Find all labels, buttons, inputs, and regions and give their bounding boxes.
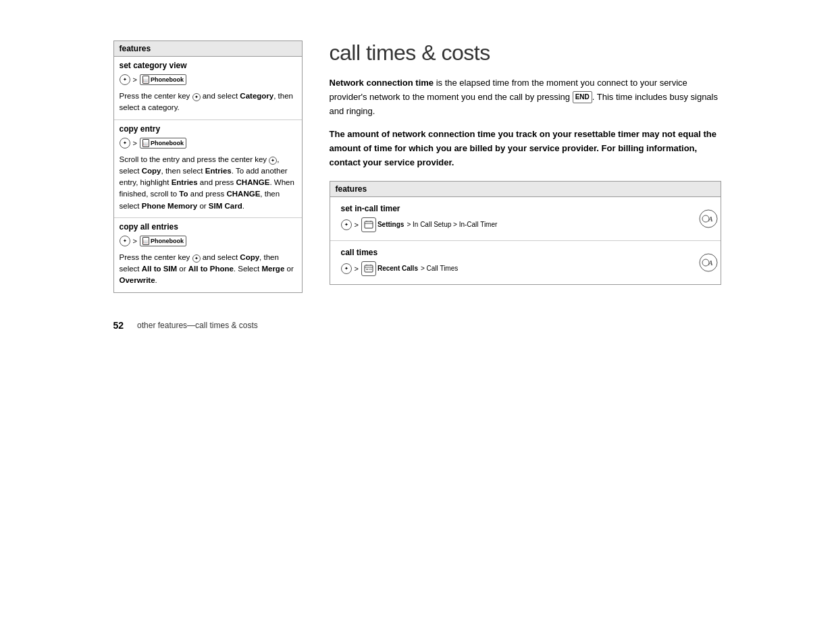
- phonebook-book-icon-3: 📖: [142, 237, 149, 245]
- phonebook-icon-3: 📖 Phonebook: [140, 236, 186, 246]
- nav-arrow-3: >: [133, 237, 137, 245]
- feature-section-copy-entry: copy entry > 📖 Phonebook Scroll to the e…: [114, 120, 302, 218]
- feature-title-copy-all: copy all entries: [114, 218, 302, 233]
- svg-text:A: A: [708, 215, 713, 223]
- right-column: call times & costs Network connection ti…: [330, 41, 721, 285]
- svg-rect-7: [365, 265, 373, 272]
- phonebook-icon-1: 📖 Phonebook: [140, 74, 186, 85]
- keyword-all-to-phone: All to Phone: [188, 265, 234, 273]
- svg-text:A: A: [708, 259, 713, 267]
- svg-rect-0: [365, 221, 373, 228]
- nav-arrow-1: >: [133, 76, 137, 84]
- bold-paragraph: The amount of network connection time yo…: [330, 128, 721, 169]
- two-column-layout: features set category view > 📖 Phonebook: [113, 41, 721, 331]
- right-feature-icon-col-call-times: A: [696, 241, 721, 284]
- right-feature-content-timer: set in-call timer >: [330, 197, 696, 240]
- settings-icon-r1: [361, 217, 376, 232]
- inline-center-key-1: [192, 93, 201, 101]
- right-feature-title-timer: set in-call timer: [336, 200, 691, 215]
- phonebook-book-icon-1: 📖: [142, 76, 149, 84]
- right-feature-set-in-call-timer: set in-call timer >: [330, 197, 721, 241]
- nav-arrow-2: >: [133, 139, 137, 147]
- center-key-icon-3: [120, 236, 130, 246]
- page-number: 52: [113, 320, 124, 331]
- center-key-icon-2: [120, 138, 130, 149]
- nav-path-timer: > In Call Setup > In-Call Timer: [407, 221, 497, 228]
- speaker-a-icon-timer: A: [699, 209, 718, 228]
- center-key-icon-r2: [341, 263, 352, 274]
- keyword-change-2: CHANGE: [226, 190, 260, 198]
- end-key-badge: END: [573, 91, 592, 103]
- left-features-header: features: [114, 41, 302, 57]
- center-key-icon-r1: [341, 219, 352, 230]
- keyword-all-to-sim: All to SIM: [142, 265, 177, 273]
- right-feature-call-times: call times >: [330, 241, 721, 284]
- inline-center-key-3: [192, 254, 201, 263]
- right-feature-content-call-times: call times >: [330, 241, 696, 284]
- feature-nav-set-category: > 📖 Phonebook: [114, 72, 302, 88]
- feature-nav-copy-all: > 📖 Phonebook: [114, 233, 302, 249]
- phonebook-label-1: Phonebook: [151, 76, 184, 83]
- left-features-table: features set category view > 📖 Phonebook: [113, 41, 303, 293]
- center-key-icon-1: [120, 74, 130, 85]
- feature-desc-copy-entry: Scroll to the entry and press the center…: [114, 151, 302, 217]
- right-feature-nav-call-times: >: [336, 259, 691, 279]
- speaker-a-icon-call-times: A: [699, 253, 718, 272]
- keyword-to: To: [179, 190, 188, 198]
- feature-section-copy-all: copy all entries > 📖 Phonebook Press the…: [114, 218, 302, 292]
- keyword-merge: Merge: [261, 265, 284, 273]
- network-connection-bold: Network connection time: [330, 78, 434, 88]
- right-features-label: features: [336, 184, 367, 194]
- left-column: features set category view > 📖 Phonebook: [113, 41, 303, 331]
- phonebook-label-2: Phonebook: [151, 140, 184, 146]
- page-container: features set category view > 📖 Phonebook: [0, 0, 834, 644]
- keyword-entries-2: Entries: [172, 178, 198, 186]
- section-title: call times & costs: [330, 41, 721, 65]
- settings-label: Settings: [377, 221, 404, 228]
- keyword-change-1: CHANGE: [236, 178, 270, 186]
- right-feature-nav-timer: > Settings: [336, 215, 691, 235]
- page-footer: 52 other features—call times & costs: [113, 320, 303, 331]
- phonebook-icon-2: 📖 Phonebook: [140, 138, 186, 149]
- feature-desc-copy-all: Press the center key and select Copy, th…: [114, 249, 302, 292]
- keyword-category: Category: [240, 92, 273, 100]
- feature-title-set-category: set category view: [114, 57, 302, 72]
- settings-nav-icon-wrap: Settings: [361, 217, 404, 232]
- right-feature-title-call-times: call times: [336, 244, 691, 259]
- left-features-label: features: [120, 44, 151, 53]
- feature-section-set-category-view: set category view > 📖 Phonebook Press th…: [114, 57, 302, 120]
- feature-title-copy-entry: copy entry: [114, 120, 302, 135]
- phonebook-book-icon-2: 📖: [142, 139, 149, 147]
- keyword-entries-1: Entries: [205, 167, 232, 175]
- nav-arrow-r1: >: [355, 221, 359, 229]
- keyword-sim-card: SIM Card: [209, 202, 242, 210]
- nav-arrow-r2: >: [355, 265, 359, 273]
- keyword-copy: Copy: [142, 167, 161, 175]
- keyword-copy-all: Copy: [240, 253, 259, 261]
- recent-calls-label: Recent Calls: [377, 265, 418, 272]
- keyword-overwrite: Overwrite: [120, 276, 155, 284]
- right-features-header: features: [330, 182, 721, 197]
- intro-paragraph: Network connection time is the elapsed t…: [330, 76, 721, 118]
- recent-calls-nav-icon-wrap: Recent Calls: [361, 261, 418, 276]
- svg-point-11: [366, 269, 367, 270]
- right-features-table: features set in-call timer >: [330, 181, 721, 285]
- keyword-phone-memory: Phone Memory: [142, 202, 197, 210]
- recent-calls-icon-r2: [361, 261, 376, 276]
- inline-center-key-2: [269, 157, 277, 165]
- nav-path-call-times: > Call Times: [421, 265, 458, 272]
- right-feature-icon-col-timer: A: [696, 197, 721, 240]
- page-footer-text: other features—call times & costs: [137, 321, 258, 330]
- feature-nav-copy-entry: > 📖 Phonebook: [114, 135, 302, 151]
- feature-desc-set-category: Press the center key and select Category…: [114, 88, 302, 119]
- phonebook-label-3: Phonebook: [151, 238, 184, 244]
